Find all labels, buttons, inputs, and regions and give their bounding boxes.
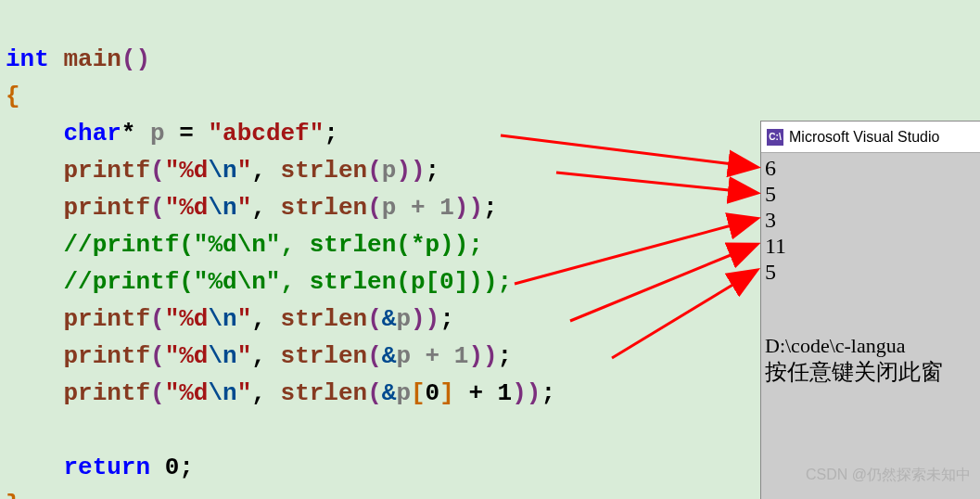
q1o: " [165, 157, 180, 185]
q1c: " [237, 157, 252, 185]
strlen-2: strlen [281, 194, 368, 222]
q3c: " [237, 305, 252, 333]
strlen-5: strlen [281, 379, 368, 407]
paren-close: ) [135, 45, 150, 73]
c4: , [251, 342, 280, 370]
arg5p: p [396, 379, 411, 407]
strlen-4: strlen [281, 342, 368, 370]
console-press-key: 按任意键关闭此窗 [765, 359, 976, 385]
printf-4: printf [63, 342, 150, 370]
printf-2: printf [63, 194, 150, 222]
comment-line-1: //printf("%d\n", strlen(*p)); [63, 231, 482, 259]
output-2: 3 [765, 207, 976, 233]
star: * [121, 120, 136, 147]
s2: ; [483, 194, 498, 222]
output-4: 5 [765, 259, 976, 285]
c2: , [251, 194, 280, 222]
sp2c: ) [454, 194, 469, 222]
p4c: ) [483, 342, 498, 370]
q2c: " [237, 194, 252, 222]
output-3: 11 [765, 233, 976, 259]
arg-p-plus1: p + 1 [382, 194, 454, 222]
pd4: %d [179, 342, 208, 370]
amp3: & [382, 305, 397, 333]
p1c: ) [411, 157, 426, 185]
q4o: " [165, 342, 180, 370]
sp3c: ) [411, 305, 426, 333]
amp5: & [382, 379, 397, 407]
arg-amp-p: p [396, 305, 411, 333]
plus1-5: + 1 [454, 379, 512, 407]
kw-int: int [6, 45, 49, 73]
arrow-4 [570, 245, 756, 321]
c5: , [251, 379, 280, 407]
p4o: ( [150, 342, 165, 370]
brace-close: } [6, 491, 20, 499]
eq: = [165, 120, 209, 147]
arg-p-1: p [382, 157, 397, 185]
console-window: C:\ Microsoft Visual Studio 6 5 3 11 5 D… [760, 121, 980, 499]
strlen-1: strlen [281, 157, 368, 185]
amp4: & [382, 342, 397, 370]
en5: \n [208, 379, 236, 407]
zero: 0 [150, 454, 179, 481]
var-p: p [150, 120, 165, 147]
arrow-5 [612, 271, 756, 358]
br5c: ] [439, 379, 454, 407]
printf-3: printf [63, 305, 150, 333]
semi: ; [324, 120, 338, 147]
kw-return: return [63, 454, 150, 481]
console-titlebar: C:\ Microsoft Visual Studio [761, 122, 980, 153]
console-body: 6 5 3 11 5 D:\code\c-langua 按任意键关闭此窗 [761, 153, 980, 387]
output-1: 5 [765, 181, 976, 207]
printf-5: printf [63, 379, 150, 407]
sp3o: ( [367, 305, 382, 333]
arrow-2 [556, 173, 756, 193]
p5c: ) [527, 379, 541, 407]
s3: ; [439, 305, 454, 333]
printf-1: printf [63, 157, 150, 185]
comment-line-2: //printf("%d\n", strlen(p[0])); [63, 268, 512, 296]
q4c: " [237, 342, 252, 370]
sp5o: ( [367, 379, 382, 407]
p3o: ( [150, 305, 165, 333]
q3o: " [165, 305, 180, 333]
p5o: ( [150, 379, 165, 407]
sp4o: ( [367, 342, 382, 370]
sp2o: ( [367, 194, 382, 222]
en4: \n [208, 342, 236, 370]
sp1o: ( [367, 157, 382, 185]
en2: \n [208, 194, 236, 222]
c3: , [251, 305, 280, 333]
sp4c: ) [468, 342, 483, 370]
output-0: 6 [765, 155, 976, 181]
s5: ; [541, 379, 555, 407]
c1: , [251, 157, 280, 185]
vs-debug-console-icon: C:\ [767, 129, 783, 146]
pd2: %d [179, 194, 208, 222]
br5o: [ [411, 379, 426, 407]
str-abcdef: "abcdef" [208, 120, 324, 147]
idx0: 0 [426, 379, 440, 407]
s1: ; [426, 157, 440, 185]
en3: \n [208, 305, 236, 333]
kw-char: char [63, 120, 121, 147]
strlen-3: strlen [281, 305, 368, 333]
pd3: %d [179, 305, 208, 333]
q5o: " [165, 379, 180, 407]
pd1: %d [179, 157, 208, 185]
s4: ; [498, 342, 513, 370]
q5c: " [237, 379, 252, 407]
sp5c: ) [512, 379, 527, 407]
en1: \n [208, 157, 236, 185]
p2c: ) [468, 194, 483, 222]
arg-amp-p-plus1: p + 1 [396, 342, 468, 370]
sp1c: ) [396, 157, 411, 185]
console-path: D:\code\c-langua [765, 333, 976, 359]
sr: ; [179, 454, 194, 481]
console-title: Microsoft Visual Studio [789, 124, 939, 149]
p2o: ( [150, 194, 165, 222]
watermark: CSDN @仍然探索未知中 [806, 456, 971, 493]
pd5: %d [179, 379, 208, 407]
paren-open: ( [121, 45, 136, 73]
